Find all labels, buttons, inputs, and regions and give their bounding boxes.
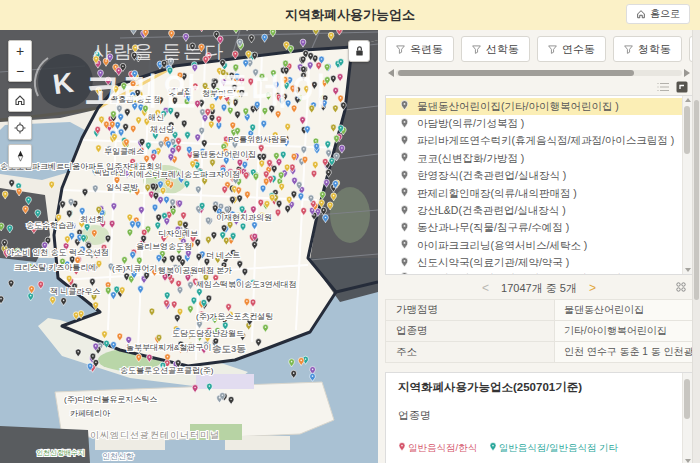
store-pin-icon xyxy=(400,222,409,235)
target-icon xyxy=(14,122,26,134)
zoom-out-button[interactable]: − xyxy=(9,61,31,81)
map-label: 물댄동산어린이집 xyxy=(192,150,256,159)
district-tab[interactable]: 선학동 xyxy=(461,36,530,62)
svg-text:K: K xyxy=(51,67,75,101)
map-label: 채선당 xyxy=(150,125,174,134)
store-list-item[interactable]: 한영장식(건축관련업/실내장식 ) xyxy=(386,168,683,185)
store-list-item[interactable]: 아담방(의류/기성복점 ) xyxy=(386,115,683,132)
store-pin-icon xyxy=(400,272,409,275)
home-button-label: 홈으로 xyxy=(650,7,680,21)
zoom-in-button[interactable]: + xyxy=(9,41,31,61)
scrollbar-thumb[interactable] xyxy=(398,70,634,76)
detail-row: 업종명 기타/아이행복어린이집 xyxy=(385,321,693,342)
grid-view-button[interactable] xyxy=(675,281,687,295)
map-label: 카페테리아 xyxy=(70,409,111,418)
store-list-item[interactable]: 판제리할인매장(의류/내의판매점 ) xyxy=(386,185,683,202)
store-pin-icon xyxy=(400,239,409,252)
current-location-button[interactable] xyxy=(8,116,32,140)
store-list-item[interactable]: 신도시약국(의료기관/제약/약국 ) xyxy=(386,255,683,272)
district-tab-label: 청학동 xyxy=(638,42,671,57)
store-list-item[interactable]: 코코(신변잡화/가방점 ) xyxy=(386,150,683,167)
scroll-right-arrow[interactable] xyxy=(684,69,690,77)
map-label: PC를위한사람들 xyxy=(228,135,287,144)
page-scrollbar[interactable] xyxy=(692,30,700,463)
compass-button[interactable] xyxy=(8,144,32,168)
dot-grid-icon xyxy=(675,281,687,293)
scroll-up-arrow[interactable] xyxy=(685,98,691,102)
store-pin-icon xyxy=(400,187,409,200)
home-icon xyxy=(636,9,646,19)
store-list-item[interactable]: 아이파크크리닝(용역서비스/세탁소 ) xyxy=(386,237,683,254)
legend-subtitle: 업종명 xyxy=(398,408,678,423)
store-list-item[interactable]: 물댄동산어린이집(기타/아이행복어린이집 ) xyxy=(386,98,683,115)
district-tab[interactable]: 연수동 xyxy=(537,36,606,62)
store-name: 파리바게뜨연수럭키(휴게음식점/제과점/아이스크림점 ) xyxy=(417,134,674,148)
store-list-item[interactable]: 파리바게뜨연수럭키(휴게음식점/제과점/아이스크림점 ) xyxy=(386,133,683,150)
map-label: 디자인레브 xyxy=(158,229,198,238)
store-name: 코코(신변잡화/가방점 ) xyxy=(417,152,524,166)
store-name: 동산과나무(직물/침구류/수예점 ) xyxy=(417,221,569,235)
detail-row: 주소 인천 연수구 동춘 1 동 인천광역시 연수구 청능대로 38 xyxy=(385,342,693,363)
compass-icon xyxy=(15,150,26,162)
store-details: 가맹점명 물댄동산어린이집 업종명 기타/아이행복어린이집 주소 인천 연수구 … xyxy=(385,299,693,363)
map-home-button[interactable] xyxy=(8,88,32,112)
legend-card: 지역화폐사용가능업소(250701기준) 업종명 일반음식점/한식 일반음식점/… xyxy=(385,372,693,463)
store-rows: 물댄동산어린이집(기타/아이행복어린이집 ) 아담방(의류/기성복점 ) 파리바… xyxy=(386,98,683,275)
district-tabs: 옥련동 선학동 연수동 청학동 xyxy=(378,30,700,66)
map-label: 아소비 인천 송도 럭스오션점 xyxy=(6,248,109,257)
legend-item-label: 일반음식점/한식 xyxy=(408,442,477,453)
list-view-icon xyxy=(657,82,670,92)
map-lock-button[interactable] xyxy=(348,40,370,62)
map-label: 이재현치과의원 xyxy=(216,213,272,222)
store-list-item[interactable]: 동산과나무(직물/침구류/수예점 ) xyxy=(386,220,683,237)
list-scrollbar-thumb[interactable] xyxy=(684,106,690,154)
scroll-down-arrow[interactable] xyxy=(685,459,691,463)
legend-pin-icon xyxy=(489,442,497,452)
next-page-button[interactable]: > xyxy=(589,281,596,295)
watermark-line1: 사람을 듣는다 xyxy=(92,41,225,62)
filter-icon xyxy=(624,45,633,54)
district-tab[interactable]: 옥련동 xyxy=(385,36,454,62)
filter-icon xyxy=(396,45,405,54)
district-tab[interactable]: 청학동 xyxy=(613,36,682,62)
store-list-item[interactable]: 강산L&D(건축관련업/실내장식 ) xyxy=(386,202,683,219)
map-label: 송도3동 xyxy=(212,343,246,354)
store-pin-icon xyxy=(400,170,409,183)
district-tab-label: 선학동 xyxy=(486,42,519,57)
detail-label: 주소 xyxy=(386,342,555,362)
store-pin-icon xyxy=(400,118,409,131)
zoom-control: + − xyxy=(8,40,32,82)
map-canvas[interactable]: 활홍관 송도점옛날집청부마트해신채선당PC를위한사람들물댄동산어린이집지에스더프… xyxy=(0,30,378,463)
list-scrollbar[interactable] xyxy=(682,96,692,274)
district-tab-label: 옥련동 xyxy=(410,42,443,57)
detail-row: 가맹점명 물댄동산어린이집 xyxy=(385,300,693,321)
map-label: 일식공방 xyxy=(106,183,138,192)
map[interactable]: 활홍관 송도점옛날집청부마트해신채선당PC를위한사람들물댄동산어린이집지에스더프… xyxy=(0,30,378,463)
map-label: 최선희 xyxy=(80,215,104,224)
layout-toggle-button[interactable] xyxy=(676,81,688,93)
page-scrollbar-thumb[interactable] xyxy=(694,100,699,300)
prev-page-button[interactable]: < xyxy=(482,281,489,295)
tabs-scrollbar xyxy=(388,69,690,77)
filter-icon xyxy=(548,45,557,54)
layout-toggle-icon xyxy=(676,81,688,93)
store-name: 아이파크크리닝(용역서비스/세탁소 ) xyxy=(417,239,587,253)
map-label: 해신 xyxy=(148,113,164,122)
detail-value: 기타/아이행복어린이집 xyxy=(555,321,692,341)
store-name: 강산L&D(건축관련업/실내장식 ) xyxy=(417,204,566,218)
district-tab-label: 연수동 xyxy=(562,42,595,57)
store-name: 고운내과의원(의료기관/제약/일반 치과 한의원 ) xyxy=(417,272,638,275)
store-name: 신도시약국(의료기관/제약/약국 ) xyxy=(417,256,569,270)
list-view-button[interactable] xyxy=(657,82,670,92)
scroll-down-arrow[interactable] xyxy=(685,268,691,272)
legend-scrollbar[interactable] xyxy=(682,373,692,463)
map-label: 제임스떡볶이송도3연세대점 xyxy=(196,280,296,289)
pagination-label: 17047개 중 5개 xyxy=(501,281,577,296)
legend-scrollbar-thumb[interactable] xyxy=(684,379,690,419)
home-button[interactable]: 홈으로 xyxy=(626,4,690,24)
store-list-item[interactable]: 고운내과의원(의료기관/제약/일반 치과 한의원 ) xyxy=(386,272,683,275)
legend-pin-icon xyxy=(398,442,406,452)
store-pin-icon xyxy=(400,152,409,165)
scroll-left-arrow[interactable] xyxy=(388,69,394,77)
map-label: 인천신항배수지 xyxy=(36,449,85,456)
